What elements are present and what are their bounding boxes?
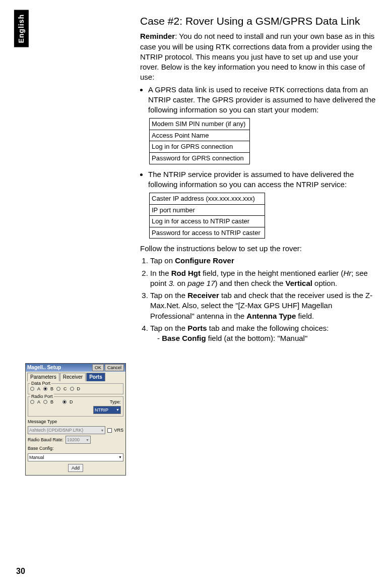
bullet-1: A GPRS data link is used to receive RTK … bbox=[148, 85, 377, 115]
table1-r1: Modem SIM PIN number (if any) bbox=[150, 119, 250, 130]
ntrip-info-table: Caster IP address (xxx.xxx.xxx.xxx) IP p… bbox=[149, 193, 265, 239]
chevron-down-icon: ▼ bbox=[118, 455, 122, 459]
dialog-window: Magell.. Setup OK Cancel Parameters Rece… bbox=[25, 363, 126, 476]
tab-receiver[interactable]: Receiver bbox=[60, 373, 86, 381]
bullet-list-1: A GPRS data link is used to receive RTK … bbox=[140, 85, 377, 115]
table2-r1: Caster IP address (xxx.xxx.xxx.xxx) bbox=[150, 193, 265, 205]
dialog-title: Magell.. Setup bbox=[27, 364, 91, 371]
reminder-text: : You do not need to install and run you… bbox=[140, 32, 374, 81]
steps-list: Tap on Configure Rover In the Rod Hgt fi… bbox=[140, 256, 377, 343]
data-port-radios: A B C D bbox=[30, 386, 121, 392]
base-config-label: Base Config: bbox=[28, 446, 54, 451]
data-port-group: Data Port A B C D bbox=[28, 383, 123, 394]
table1-r2: Access Point Name bbox=[150, 130, 250, 141]
chevron-down-icon: ▼ bbox=[116, 407, 119, 412]
radio-d2[interactable] bbox=[62, 400, 67, 404]
type-combo[interactable]: NTRIP▼ bbox=[93, 406, 121, 414]
table2-r2: IP port number bbox=[150, 204, 265, 216]
radio-a2[interactable] bbox=[30, 400, 34, 404]
chevron-down-icon: ▼ bbox=[101, 428, 104, 433]
step-3: Tap on the Receiver tab and check that t… bbox=[150, 290, 377, 321]
page-heading: Case #2: Rover Using a GSM/GPRS Data Lin… bbox=[140, 14, 377, 28]
radio-port-group: Radio Port A B D Type: NTRIP▼ bbox=[28, 396, 123, 417]
baud-combo[interactable]: 19200▼ bbox=[66, 436, 91, 444]
cancel-button[interactable]: Cancel bbox=[105, 364, 124, 371]
tab-ports[interactable]: Ports bbox=[86, 373, 105, 381]
radio-port-label: Radio Port bbox=[30, 393, 54, 399]
radio-d[interactable] bbox=[70, 387, 74, 391]
type-label: Type: bbox=[110, 399, 121, 405]
bullet-2: The NTRIP service provider is assumed to… bbox=[148, 169, 377, 190]
radio-b2[interactable] bbox=[43, 400, 47, 404]
reminder-paragraph: Reminder: You do not need to install and… bbox=[140, 31, 377, 82]
main-content: Case #2: Rover Using a GSM/GPRS Data Lin… bbox=[140, 14, 377, 345]
language-tab: English bbox=[14, 10, 29, 47]
message-type-label: Message Type bbox=[28, 419, 123, 425]
setup-dialog-figure: Magell.. Setup OK Cancel Parameters Rece… bbox=[25, 363, 126, 476]
add-button[interactable]: Add bbox=[68, 464, 83, 472]
radio-port-row: A B D Type: bbox=[30, 399, 121, 405]
data-port-label: Data Port bbox=[30, 380, 51, 386]
dialog-panel: Data Port A B C D Radio Port A B D Type: bbox=[26, 381, 125, 475]
radio-a[interactable] bbox=[30, 387, 34, 391]
step-4: Tap on the Ports tab and make the follow… bbox=[150, 323, 377, 344]
message-type-combo[interactable]: Ashtech (CPD/DSNP LRK)▼ bbox=[28, 426, 105, 434]
gprs-info-table: Modem SIM PIN number (if any) Access Poi… bbox=[149, 118, 250, 164]
step-1: Tap on Configure Rover bbox=[150, 256, 377, 266]
radio-c[interactable] bbox=[56, 387, 60, 391]
vrs-checkbox[interactable] bbox=[107, 428, 112, 433]
step-4-sub: - Base Config field (at the bottom): "Ma… bbox=[162, 333, 377, 343]
table2-r4: Password for access to NTRIP caster bbox=[150, 227, 265, 239]
dialog-titlebar: Magell.. Setup OK Cancel bbox=[26, 364, 125, 372]
base-config-combo[interactable]: Manual▼ bbox=[28, 453, 123, 461]
reminder-label: Reminder bbox=[140, 32, 175, 40]
step-2: In the Rod Hgt field, type in the height… bbox=[150, 268, 377, 289]
radio-b[interactable] bbox=[43, 387, 47, 391]
chevron-down-icon: ▼ bbox=[86, 438, 89, 442]
bullet-list-2: The NTRIP service provider is assumed to… bbox=[140, 169, 377, 190]
ok-button[interactable]: OK bbox=[92, 364, 104, 371]
table2-r3: Log in for access to NTRIP caster bbox=[150, 216, 265, 227]
page-number: 30 bbox=[16, 566, 25, 577]
table1-r4: Password for GPRS connection bbox=[150, 152, 250, 164]
instructions-intro: Follow the instructions below to set up … bbox=[140, 244, 377, 254]
baud-label: Radio Baud Rate: bbox=[28, 437, 63, 443]
vrs-label: VRS bbox=[114, 427, 123, 433]
table1-r3: Log in for GPRS connection bbox=[150, 141, 250, 153]
